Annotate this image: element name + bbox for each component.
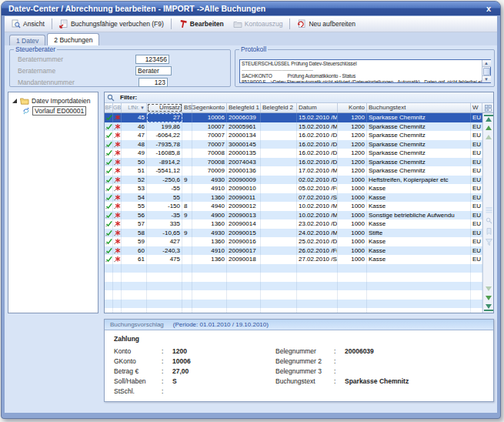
scroll-up-icon[interactable] xyxy=(484,124,493,132)
cell-belegfeld2[interactable] xyxy=(261,246,297,256)
cell-buchungstext[interactable]: Kasse xyxy=(367,246,471,256)
cell-lfnr[interactable]: 45 xyxy=(122,113,147,122)
cell-bf[interactable] xyxy=(105,158,113,167)
cell-konto[interactable]: 1200 xyxy=(338,149,367,158)
cell-belegfeld1[interactable]: 30000145 xyxy=(227,140,261,149)
cell-gb[interactable] xyxy=(113,113,122,122)
close-button[interactable]: x xyxy=(484,3,493,14)
bookmark-icon[interactable] xyxy=(484,227,493,235)
cell-datum[interactable]: 23.02.2010 /Di xyxy=(297,219,338,229)
scroll-to-top-icon[interactable] xyxy=(484,115,493,122)
cell-gegenkonto[interactable]: 1360 xyxy=(192,219,227,229)
cell-lfnr[interactable]: 53 xyxy=(122,184,147,193)
cell-bs[interactable] xyxy=(182,140,192,149)
cell-w[interactable]: EU xyxy=(471,184,482,193)
cell-gegenkonto[interactable]: 70007 xyxy=(192,131,227,140)
cell-gegenkonto[interactable]: 10007 xyxy=(192,122,227,132)
cell-buchungstext[interactable]: Sparkasse Chemnitz xyxy=(367,166,471,176)
table-row[interactable]: 51-5541,12700092000013617.02.2010 /Mi120… xyxy=(105,166,482,176)
cell-gegenkonto[interactable]: 4940 xyxy=(192,202,227,211)
cell-w[interactable]: EU xyxy=(471,113,482,122)
cell-lfnr[interactable]: 51 xyxy=(122,166,147,176)
cell-konto[interactable]: 1000 xyxy=(338,255,367,264)
cell-lfnr[interactable]: 52 xyxy=(122,176,147,185)
cell-belegfeld1[interactable]: 20090015 xyxy=(227,229,261,238)
cell-belegfeld2[interactable] xyxy=(261,149,297,158)
cell-lfnr[interactable]: 61 xyxy=(122,255,147,264)
cell-belegfeld2[interactable] xyxy=(261,255,297,264)
cell-gegenkonto[interactable]: 1360 xyxy=(192,237,227,246)
table-row[interactable]: 5733513602009001423.02.2010 /Di1000Kasse… xyxy=(105,219,482,229)
cell-belegfeld1[interactable]: 20090009 xyxy=(227,176,261,185)
cell-buchungstext[interactable]: Heftstreifen, Kopierpapier etc xyxy=(367,176,471,185)
cell-bf[interactable] xyxy=(105,131,113,140)
cell-buchungstext[interactable]: Sparkasse Chemnitz xyxy=(367,140,471,149)
column-header-datum[interactable]: Datum xyxy=(297,103,338,112)
cell-bs[interactable]: 9 xyxy=(182,211,192,220)
cell-gegenkonto[interactable]: 1360 xyxy=(192,193,227,203)
cell-bf[interactable] xyxy=(105,246,113,256)
ansicht-button[interactable]: Ansicht xyxy=(7,17,49,31)
cell-belegfeld1[interactable]: 20000136 xyxy=(227,166,261,176)
table-row[interactable]: 545513602009001107.02.2010 /So1000KasseE… xyxy=(105,193,482,203)
cell-belegfeld2[interactable] xyxy=(261,140,297,149)
cell-konto[interactable]: 1200 xyxy=(338,113,367,122)
table-row[interactable]: 6147513602009001827.02.2010 /Sa1000Kasse… xyxy=(105,255,482,264)
table-row[interactable]: 46199,86100072000596115.02.2010 /Mo1200S… xyxy=(105,122,482,132)
column-header-gegenkonto[interactable]: Gegenkonto xyxy=(192,103,227,112)
cell-gegenkonto[interactable]: 4910 xyxy=(192,184,227,193)
cell-bs[interactable] xyxy=(182,219,192,229)
cell-gb[interactable] xyxy=(113,140,122,149)
cell-bs[interactable] xyxy=(182,166,192,176)
cell-gb[interactable] xyxy=(113,176,122,185)
cell-bf[interactable] xyxy=(105,166,113,176)
cell-umsatz[interactable]: 199,86 xyxy=(147,122,182,132)
cell-belegfeld1[interactable]: 20090013 xyxy=(227,211,261,220)
cell-bs[interactable] xyxy=(182,193,192,203)
cell-w[interactable]: EU xyxy=(471,255,482,264)
cell-w[interactable]: EU xyxy=(471,131,482,140)
table-row[interactable]: 58-10,65949302009001524.02.2010 /Mi1000S… xyxy=(105,229,482,238)
cell-w[interactable]: EU xyxy=(471,158,482,167)
cell-lfnr[interactable]: 48 xyxy=(122,140,147,149)
cell-lfnr[interactable]: 55 xyxy=(122,202,147,211)
cell-belegfeld2[interactable] xyxy=(261,229,297,238)
cell-bf[interactable] xyxy=(105,229,113,238)
beraternummer-field[interactable] xyxy=(135,55,169,64)
cell-belegfeld1[interactable]: 20006039 xyxy=(227,113,261,122)
cell-belegfeld1[interactable]: 20005961 xyxy=(227,122,261,132)
cell-umsatz[interactable]: -240,3 xyxy=(147,246,182,256)
cell-gb[interactable] xyxy=(113,131,122,140)
cell-bs[interactable] xyxy=(182,113,192,122)
cell-gegenkonto[interactable]: 10006 xyxy=(192,113,227,122)
cell-belegfeld2[interactable] xyxy=(261,113,297,122)
cell-datum[interactable]: 15.02.2010 /Mo xyxy=(297,113,338,122)
column-header-belegfeld2[interactable]: Belegfeld 2 xyxy=(261,103,297,112)
cell-lfnr[interactable]: 50 xyxy=(122,158,147,167)
cell-gegenkonto[interactable]: 70009 xyxy=(192,166,227,176)
scroll-to-bottom-icon[interactable] xyxy=(484,303,493,311)
cell-w[interactable]: EU xyxy=(471,149,482,158)
column-header-lfnr[interactable]: LfNr.▼ xyxy=(122,103,147,112)
cell-bs[interactable]: 8 xyxy=(182,202,192,211)
cell-datum[interactable]: 05.02.2010 /Fr xyxy=(297,184,338,193)
cell-umsatz[interactable]: -250,6 xyxy=(147,176,182,185)
cell-buchungstext[interactable]: Kasse xyxy=(367,193,471,203)
cell-konto[interactable]: 1000 xyxy=(338,176,367,185)
cell-konto[interactable]: 1000 xyxy=(338,193,367,203)
table-row[interactable]: 5942713602009001625.02.2010 /Do1000Kasse… xyxy=(105,237,482,246)
cell-belegfeld2[interactable] xyxy=(261,122,297,132)
cell-gb[interactable] xyxy=(113,202,122,211)
neu-aufbereiten-button[interactable]: Neu aufbereiten xyxy=(292,17,360,31)
tree-root-item[interactable]: Datev Importdateien xyxy=(8,95,98,106)
cell-umsatz[interactable]: -6064,22 xyxy=(147,131,182,140)
cell-bf[interactable] xyxy=(105,193,113,203)
cell-w[interactable]: EU xyxy=(471,229,482,238)
tab-buchungen[interactable]: 2 Buchungen xyxy=(47,33,99,45)
cell-bs[interactable] xyxy=(182,122,192,132)
cell-umsatz[interactable]: -5541,12 xyxy=(147,166,182,176)
cell-umsatz[interactable]: -16085,8 xyxy=(147,149,182,158)
cell-lfnr[interactable]: 47 xyxy=(122,131,147,140)
cell-bf[interactable] xyxy=(105,113,113,122)
cell-buchungstext[interactable]: Kasse xyxy=(367,237,471,246)
